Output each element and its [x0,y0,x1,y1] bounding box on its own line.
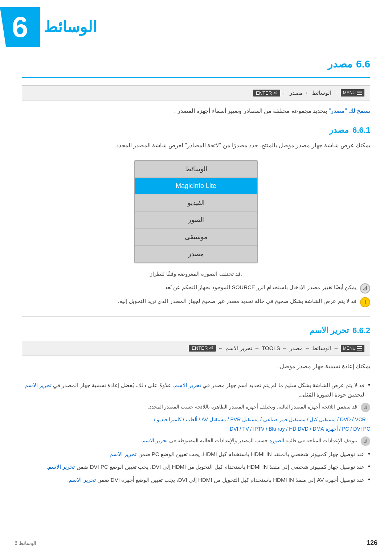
subsection-number: 6.6.1 [352,126,370,135]
svg-rect-1 [357,93,362,93]
section-6-6-title: 6.6 مصدر [22,58,370,70]
subsection-6-6-2-text: تحرير الاسم [310,326,349,335]
svg-rect-5 [357,350,362,350]
menu-item-video[interactable]: الفيديو [135,194,257,212]
menu-item-music[interactable]: موسيقى [135,229,257,246]
section-6-6-description: تسمح لك "مصدر" بتحديد مجموعة مختلفة من ا… [22,106,370,116]
sub-note-icon: ك [361,403,370,412]
svg-rect-3 [357,346,362,347]
bullet-av-hdmi-dvi: • عند توصيل أجهزة AV إلى منفذ HDMI IN با… [22,475,370,485]
italic-note: .قد تختلف الصورة المعروضة وفقًا للطراز [22,271,370,277]
chapter-number: 6 [0,7,40,47]
notes-container: ك يمكن أيضًا تغيير مصدر الإدخال باستخدام… [22,283,370,307]
enter-button-2: ⏎ ENTER [189,345,216,352]
svg-rect-0 [357,91,362,91]
sources-list: □ DVD / VCR / مستقبل كبل / مستقبل قمر صن… [33,415,370,433]
info-icon: ك [360,283,370,294]
main-content: 6.6 مصدر MENU ← الوسائط ← مصدر ← ⏎ ENTER… [0,58,392,510]
svg-rect-4 [357,348,362,349]
note-source-text: يمكن أيضًا تغيير مصدر الإدخال باستخدام ا… [22,283,356,292]
menu-screenshot: الوسائط MagicInfo Lite الفيديو الصور موس… [134,160,258,263]
page-number: 126 [367,539,377,547]
bullet-dot-4: • [368,476,370,484]
note-info-source: ك يمكن أيضًا تغيير مصدر الإدخال باستخدام… [22,283,370,294]
sub-note-text: قد تتضمن اللائحة أجهزة المصدر التالية. و… [33,403,357,411]
subsection-title-text: مصدر [329,126,349,135]
menu-item-photos[interactable]: الصور [135,212,257,229]
enter-button: ⏎ ENTER [253,90,280,97]
extra-bullets: • عند توصيل جهاز كمبيوتر شخصي بالمنفذ HD… [22,450,370,485]
bullet-text-1: قد لا يتم عرض الشاشة بشكل سليم ما لم يتم… [22,381,364,399]
bullet-item-1: • قد لا يتم عرض الشاشة بشكل سليم ما لم ي… [22,381,370,399]
sub-note-icon-2: ك [361,436,370,446]
note-warning-text: قد لا يتم عرض الشاشة بشكل صحيح في حالة ت… [22,296,356,306]
bullet-hdmi-dvi-pc-text: عند توصيل جهاز كمبيوتر شخصي إلى منفذ HDM… [22,462,364,472]
subsection-6-6-2-number: 6.6.2 [352,326,370,335]
bullet-av-hdmi-dvi-text: عند توصيل أجهزة AV إلى منفذ HDMI IN باست… [22,475,364,485]
note-warning-source: ! قد لا يتم عرض الشاشة بشكل صحيح في حالة… [22,296,370,307]
menu-item-media: الوسائط [135,161,257,178]
sub-note-picture-settings: ك تتوقف الإعدادات المتاحة في قائمة الصور… [33,436,370,446]
menu-path-6-6-2: MENU ← الوسائط ← مصدر ← TOOLS ← تحرير ال… [22,341,370,356]
subsection-6-6-1-title: 6.6.1 مصدر [22,126,370,135]
chapter-title: الوسائط [44,18,97,36]
section-divider-2 [22,316,370,317]
bullet-dot: • [368,381,370,389]
menu-item-magicinfo[interactable]: MagicInfo Lite [135,178,257,194]
subsection-6-6-2-intro: يمكنك إعادة تسمية جهاز مصدر مؤصل. [22,361,370,372]
svg-rect-2 [357,94,362,95]
bullet-dot-3: • [368,463,370,471]
bullet-hdmi-dvi-pc: • عند توصيل جهاز كمبيوتر شخصي إلى منفذ H… [22,462,370,472]
bullet-section-1: • قد لا يتم عرض الشاشة بشكل سليم ما لم ي… [22,381,370,399]
bullet-dot-2: • [368,450,370,458]
chapter-header: الوسائط 6 [0,0,392,51]
menu-icon-2: MENU [341,345,364,352]
warning-icon: ! [360,297,370,307]
menu-item-source[interactable]: مصدر [135,246,257,263]
page-footer: 126 الوسائط 6 [0,539,392,547]
section-number: 6.6 [356,58,370,70]
menu-icon: MENU [341,89,364,97]
section-title-text: مصدر [328,58,352,70]
subsection-6-6-1-description: يمكنك عرض شاشة جهاز مصدر مؤصل بالمنتج. ح… [22,140,370,151]
bullet-hdmi-pc: • عند توصيل جهاز كمبيوتر شخصي بالمنفذ HD… [22,450,370,459]
sub-note-picture-text: تتوقف الإعدادات المتاحة في قائمة الصورة … [33,436,357,445]
menu-path-6-6: MENU ← الوسائط ← مصدر ← ⏎ ENTER [22,85,370,100]
footer-chapter: الوسائط 6 [15,540,36,546]
bullet-hdmi-pc-text: عند توصيل جهاز كمبيوتر شخصي بالمنفذ HDMI… [22,450,364,459]
sub-note-sources: ك قد تتضمن اللائحة أجهزة المصدر التالية.… [33,403,370,412]
subsection-6-6-2-title: 6.6.2 تحرير الاسم [22,326,370,335]
section-divider [22,77,370,78]
